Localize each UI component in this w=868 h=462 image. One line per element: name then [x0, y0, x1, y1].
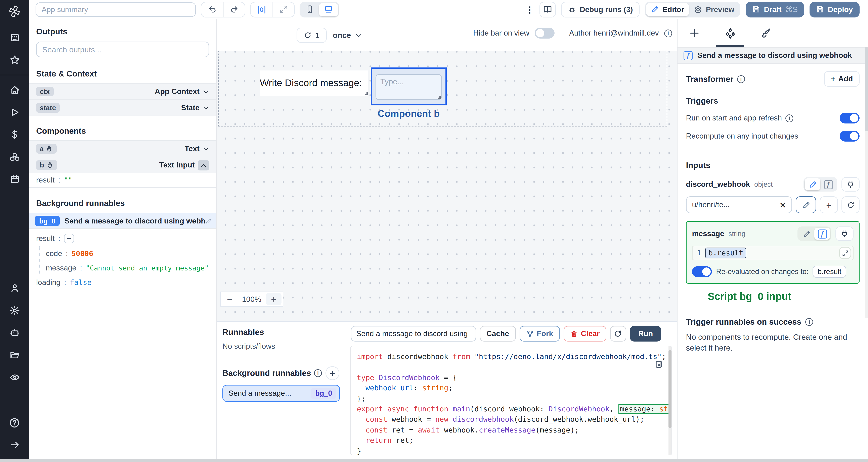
desktop-view-icon[interactable] [319, 3, 338, 16]
runnable-name-input[interactable]: Send a message to discord using [351, 326, 476, 341]
add-runnable-button[interactable]: + [326, 366, 339, 380]
chevron-down-icon[interactable] [203, 105, 209, 111]
eval-function-icon[interactable]: f [814, 228, 830, 240]
home-icon[interactable] [0, 79, 29, 101]
draft-button[interactable]: Draft⌘S [746, 2, 804, 17]
collapse-minus-box[interactable]: − [64, 234, 74, 243]
schedules-calendar-icon[interactable] [0, 168, 29, 190]
code-editor[interactable]: import discordwebhook from "https://deno… [350, 346, 672, 455]
add-transformer-button[interactable]: + Add [824, 71, 860, 87]
settings-tabs [678, 19, 868, 47]
expand-sidebar-arrow-icon[interactable] [0, 434, 29, 456]
static-pencil-icon[interactable] [799, 228, 814, 240]
reload-button[interactable] [610, 326, 626, 341]
fork-button[interactable]: Fork [519, 326, 560, 341]
runs-play-icon[interactable] [0, 101, 29, 124]
windmill-logo-icon[interactable] [8, 5, 21, 18]
text-input-component[interactable]: Type... [375, 74, 442, 100]
clear-button[interactable]: Clear [563, 326, 607, 341]
edit-resource-pencil-button[interactable] [796, 196, 816, 213]
horizontal-scrollbar[interactable] [0, 459, 868, 462]
copy-code-icon[interactable] [655, 360, 663, 369]
info-icon[interactable]: i [737, 75, 745, 83]
theme-brush-tab-icon[interactable] [761, 28, 772, 38]
static-pencil-icon[interactable] [805, 178, 820, 190]
info-icon[interactable]: i [785, 114, 793, 122]
deploy-button[interactable]: Deploy [810, 2, 860, 17]
building-icon[interactable] [0, 27, 29, 49]
resources-cubes-icon[interactable] [0, 146, 29, 168]
debug-runs-button[interactable]: Debug runs (3) [561, 2, 640, 17]
top-toolbar: App summary ⋮ Debug runs (3) Editor [29, 0, 868, 19]
text-component-a[interactable]: Write Discord message: [260, 70, 368, 96]
run-button[interactable]: Run [630, 326, 661, 341]
tab-preview[interactable]: Preview [689, 3, 739, 16]
bg0-result-row[interactable]: result: − [29, 229, 216, 246]
undo-button[interactable] [201, 2, 223, 16]
component-row-b[interactable]: b Text Input [29, 157, 216, 173]
expand-editor-icon[interactable] [839, 247, 851, 259]
chevron-up-button[interactable] [198, 160, 209, 170]
audit-eye-icon[interactable] [0, 366, 29, 389]
settings-diamonds-tab-icon[interactable] [724, 28, 736, 39]
refresh-resource-button[interactable] [841, 196, 860, 213]
search-outputs-input[interactable]: Search outputs... [36, 41, 209, 57]
connect-plug-icon[interactable] [841, 177, 860, 192]
chevron-down-icon[interactable] [203, 88, 209, 95]
right-panel-scrollbar[interactable] [865, 47, 868, 318]
bg0-row[interactable]: bg_0 Send a message to discord using web… [29, 212, 216, 229]
state-badge: state [36, 103, 60, 113]
connect-plug-icon[interactable] [835, 227, 854, 241]
help-icon[interactable] [0, 411, 29, 434]
cache-button[interactable]: Cache [480, 326, 516, 341]
recompute-toggle[interactable] [840, 131, 860, 141]
runnable-item-bg0[interactable]: Send a message... bg_0 [222, 385, 340, 402]
fullscreen-expand-icon[interactable] [273, 2, 294, 16]
clear-x-icon[interactable]: ✕ [780, 200, 786, 209]
user-icon[interactable] [0, 277, 29, 299]
zoom-in-button[interactable]: + [266, 293, 281, 305]
expression-editor[interactable]: 1 b.result [692, 246, 854, 260]
chevron-down-icon[interactable] [203, 145, 209, 152]
star-icon[interactable] [0, 49, 29, 71]
info-icon[interactable]: i [314, 369, 322, 377]
output-row-state[interactable]: state State [29, 99, 216, 116]
output-row-ctx[interactable]: ctx App Context [29, 83, 216, 99]
selected-component-b[interactable]: Type... [371, 67, 447, 105]
add-resource-button[interactable]: + [820, 196, 838, 213]
refresh-count-box[interactable]: 1 [297, 28, 327, 43]
reeval-toggle[interactable] [692, 266, 712, 277]
kebab-menu-icon[interactable]: ⋮ [525, 5, 534, 14]
tab-editor[interactable]: Editor [646, 3, 689, 16]
hide-bar-toggle[interactable] [535, 28, 555, 38]
dollar-icon[interactable] [0, 124, 29, 146]
eval-function-icon[interactable]: f [820, 178, 836, 190]
bg-runnables-title: Background runnables [222, 369, 311, 378]
app-summary-input[interactable]: App summary [36, 2, 196, 16]
info-icon[interactable]: i [806, 318, 813, 326]
docs-book-icon[interactable] [539, 2, 556, 17]
resize-handle[interactable] [365, 92, 368, 95]
canvas-grid[interactable]: Write Discord message: Type... Component… [217, 51, 677, 321]
code-scrollbar[interactable] [669, 346, 672, 455]
input-mode-switch: f [804, 177, 837, 192]
workers-robot-icon[interactable] [0, 322, 29, 344]
settings-gear-icon[interactable] [0, 299, 29, 322]
component-row-a[interactable]: a Text [29, 140, 216, 157]
resource-picker-input[interactable]: u/henri/te... ✕ [686, 196, 792, 213]
mobile-view-icon[interactable] [301, 3, 319, 16]
zoom-out-button[interactable]: − [221, 294, 239, 304]
resize-handle[interactable] [438, 96, 441, 99]
reeval-target-pill[interactable]: b.result [813, 266, 846, 278]
schedule-select[interactable]: once [333, 31, 363, 40]
info-icon[interactable]: i [664, 29, 672, 37]
insert-plus-tab-icon[interactable] [689, 28, 700, 38]
folders-icon[interactable] [0, 344, 29, 366]
edit-pencil-icon[interactable] [206, 218, 212, 224]
center-align-icon[interactable] [251, 2, 273, 16]
hand-pointer-icon [46, 145, 53, 153]
run-on-start-toggle[interactable] [840, 113, 860, 124]
redo-button[interactable] [223, 2, 245, 16]
b-result-row[interactable]: result: "" [29, 173, 216, 187]
expression-chip[interactable]: b.result [706, 248, 746, 258]
